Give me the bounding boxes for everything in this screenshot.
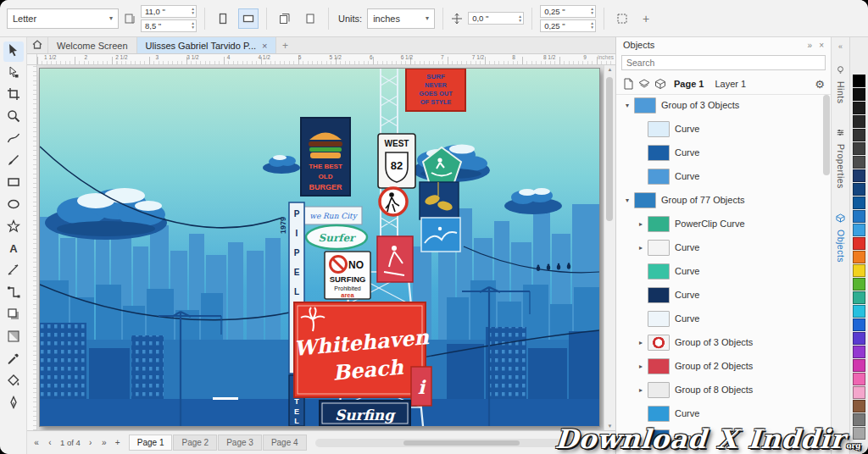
transparency-tool-button[interactable] [3,328,24,348]
page-tab-page-2[interactable]: Page 2 [173,435,217,451]
tree-scrollbar[interactable] [823,95,830,451]
duplicate-x-spinner[interactable]: ▴▾ [591,7,595,15]
color-swatch[interactable] [853,278,865,291]
docker-collapse-icon[interactable]: » [808,41,813,50]
all-pages-button[interactable] [275,8,295,29]
color-swatch[interactable] [853,210,865,223]
color-swatch[interactable] [853,183,865,196]
object-tree-row[interactable]: Curve [616,259,822,283]
object-tree-row[interactable]: ▸Group of 2 Objects [616,354,822,378]
color-swatch[interactable] [853,142,865,155]
horizontal-scroll-thumb[interactable] [403,440,520,446]
portrait-orientation-button[interactable] [213,8,233,29]
units-select[interactable]: inches ▾ [367,8,435,29]
freehand-tool-button[interactable] [3,130,24,150]
object-tree-row[interactable]: ▸Group of 3 Objects [616,330,822,354]
scroll-up-icon[interactable]: ▲ [604,67,615,72]
canvas-area[interactable]: SURF NEVER GOES OUT OF STYLE THE BEST OL… [37,65,615,430]
page-size-select[interactable]: Letter ▾ [7,8,119,29]
object-tree-row[interactable]: ▸Group of 8 Objects [616,378,822,401]
object-tree-row[interactable]: Curve [616,164,822,188]
chevron-right-icon[interactable]: ▸ [635,244,647,252]
chevron-right-icon[interactable]: ▸ [635,363,647,370]
close-tab-icon[interactable]: × [262,41,267,51]
home-button[interactable] [27,37,48,53]
color-swatch[interactable] [853,264,865,277]
color-swatch[interactable] [853,359,865,372]
chevron-right-icon[interactable]: ▸ [635,386,647,394]
shape-tool-button[interactable] [3,64,24,84]
height-spinner[interactable]: ▴▾ [192,21,196,30]
object-tree-row[interactable]: Curve [616,117,822,141]
chevron-down-icon[interactable]: ▾ [621,197,633,204]
tab-welcome-screen[interactable]: Welcome Screen [48,37,137,53]
color-swatch[interactable] [853,129,865,141]
docker-tab-objects[interactable]: Objects [836,211,846,263]
layers-icon[interactable] [638,78,650,90]
first-page-button[interactable]: « [31,436,42,450]
color-swatch[interactable] [853,156,865,169]
add-page-button[interactable]: + [112,436,124,450]
color-swatch[interactable] [853,224,865,236]
color-swatch[interactable] [853,88,865,101]
color-swatch[interactable] [853,318,865,331]
docker-tab-hints[interactable]: Hints [836,63,846,103]
color-swatch[interactable] [853,237,865,250]
color-eyedropper-tool-button[interactable] [3,350,24,370]
chevron-right-icon[interactable]: ▸ [635,220,647,228]
color-swatch[interactable] [853,75,865,87]
crop-tool-button[interactable] [3,86,24,106]
object-view-icon[interactable] [654,78,666,90]
object-tree-row[interactable]: ▸PowerClip Curve [616,212,822,235]
nudge-spinner[interactable]: ▴▾ [519,14,523,23]
horizontal-scrollbar[interactable] [315,439,592,447]
new-object-icon[interactable] [622,78,634,90]
color-swatch[interactable] [853,115,865,128]
vertical-scrollbar[interactable]: ▲ ▼ [604,65,615,430]
customize-plus-button[interactable]: + [637,12,654,25]
page-width-input[interactable]: 11,0 " ▴▾ [141,5,197,18]
artistic-media-tool-button[interactable] [3,152,24,172]
new-tab-button[interactable]: + [276,37,293,53]
color-swatch[interactable] [853,400,865,412]
layer-label[interactable]: Layer 1 [715,79,746,89]
duplicate-distance-y-input[interactable]: 0,25 " ▴▾ [540,19,596,32]
objects-search-input[interactable] [621,55,826,70]
connector-tool-button[interactable] [3,284,24,304]
width-spinner[interactable]: ▴▾ [192,7,196,15]
duplicate-distance-x-input[interactable]: 0,25 " ▴▾ [540,5,596,18]
ellipse-tool-button[interactable] [3,196,24,216]
object-tree-row[interactable]: Curve [616,283,822,307]
color-swatch[interactable] [853,251,865,263]
zoom-tool-button[interactable] [3,108,24,128]
drawing-page[interactable]: SURF NEVER GOES OUT OF STYLE THE BEST OL… [39,68,600,427]
vertical-scroll-thumb[interactable] [606,77,613,221]
color-swatch[interactable] [853,386,865,399]
parallel-dimension-tool-button[interactable] [3,262,24,282]
color-swatch[interactable] [853,169,865,182]
ruler-origin-corner[interactable] [27,54,37,65]
page-tab-page-4[interactable]: Page 4 [263,435,307,451]
horizontal-ruler[interactable]: 1 1/222 1/233 1/244 1/255 1/266 1/277 1/… [37,54,615,65]
object-tree-row[interactable]: ▸Curve [616,235,822,259]
object-tree-row[interactable]: Curve [616,401,822,425]
treat-as-filled-button[interactable] [612,8,632,29]
object-tree-row[interactable]: ▾Group of 3 Objects [616,93,822,117]
color-swatch[interactable] [853,373,865,385]
chevron-down-icon[interactable]: ▾ [621,102,633,109]
color-swatch[interactable] [853,305,865,318]
docker-close-icon[interactable]: × [819,41,824,50]
tab-document[interactable]: Ulisses Gabriel Tarvido P... × [137,37,277,53]
rail-collapse-icon[interactable]: « [832,37,849,56]
page-height-input[interactable]: 8,5 " ▴▾ [141,19,197,32]
current-page-button[interactable] [300,8,320,29]
color-swatch[interactable] [853,346,865,358]
text-tool-button[interactable]: A [3,240,24,260]
polygon-tool-button[interactable] [3,218,24,238]
color-swatch[interactable] [853,332,865,345]
last-page-button[interactable]: » [98,436,110,450]
settings-gear-icon[interactable]: ⚙ [815,78,825,91]
previous-page-button[interactable]: ‹ [44,436,56,450]
next-page-button[interactable]: › [85,436,97,450]
color-swatch[interactable] [853,197,865,209]
